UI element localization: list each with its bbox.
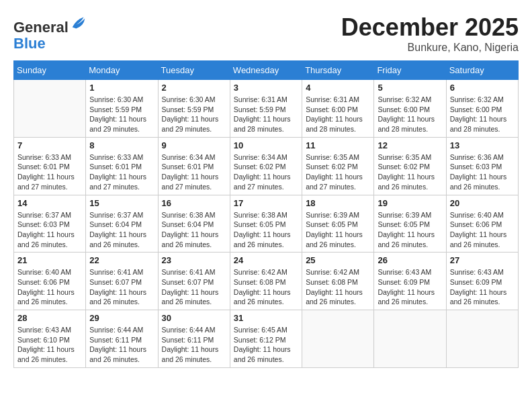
- day-info: Sunrise: 6:43 AMSunset: 6:09 PMDaylight:…: [378, 267, 442, 307]
- weekday-header-saturday: Saturday: [446, 61, 518, 80]
- day-info: Sunrise: 6:39 AMSunset: 6:05 PMDaylight:…: [378, 210, 442, 250]
- weekday-header-monday: Monday: [86, 61, 158, 80]
- calendar-cell: [374, 310, 446, 368]
- day-info: Sunrise: 6:38 AMSunset: 6:04 PMDaylight:…: [162, 210, 226, 250]
- calendar-cell: 5Sunrise: 6:32 AMSunset: 6:00 PMDaylight…: [374, 80, 446, 138]
- day-info: Sunrise: 6:34 AMSunset: 6:01 PMDaylight:…: [162, 152, 226, 192]
- day-number: 8: [89, 140, 154, 150]
- day-info: Sunrise: 6:40 AMSunset: 6:06 PMDaylight:…: [17, 267, 82, 307]
- title-block: December 2025 Bunkure, Kano, Nigeria: [341, 13, 519, 54]
- calendar-cell: 18Sunrise: 6:39 AMSunset: 6:05 PMDayligh…: [302, 195, 374, 253]
- calendar-cell: 29Sunrise: 6:44 AMSunset: 6:11 PMDayligh…: [86, 310, 158, 368]
- calendar-cell: [14, 80, 86, 138]
- calendar-cell: 15Sunrise: 6:37 AMSunset: 6:04 PMDayligh…: [86, 195, 158, 253]
- weekday-header-tuesday: Tuesday: [158, 61, 230, 80]
- calendar-cell: 26Sunrise: 6:43 AMSunset: 6:09 PMDayligh…: [374, 253, 446, 310]
- day-number: 12: [378, 140, 442, 150]
- month-year: December 2025: [341, 13, 519, 42]
- calendar-cell: 28Sunrise: 6:43 AMSunset: 6:10 PMDayligh…: [14, 310, 86, 368]
- calendar-cell: 20Sunrise: 6:40 AMSunset: 6:06 PMDayligh…: [446, 195, 518, 253]
- day-number: 6: [450, 83, 515, 93]
- day-info: Sunrise: 6:43 AMSunset: 6:10 PMDaylight:…: [17, 325, 82, 365]
- day-info: Sunrise: 6:37 AMSunset: 6:03 PMDaylight:…: [17, 210, 82, 250]
- day-number: 9: [162, 140, 226, 150]
- day-info: Sunrise: 6:42 AMSunset: 6:08 PMDaylight:…: [234, 267, 298, 307]
- day-info: Sunrise: 6:41 AMSunset: 6:07 PMDaylight:…: [89, 267, 154, 307]
- day-info: Sunrise: 6:37 AMSunset: 6:04 PMDaylight:…: [89, 210, 154, 250]
- calendar-header-row: SundayMondayTuesdayWednesdayThursdayFrid…: [14, 61, 519, 80]
- day-info: Sunrise: 6:31 AMSunset: 6:00 PMDaylight:…: [306, 95, 370, 134]
- day-number: 28: [17, 313, 82, 323]
- day-number: 13: [450, 140, 515, 150]
- logo-bird-icon: [70, 13, 89, 32]
- calendar-cell: 7Sunrise: 6:33 AMSunset: 6:01 PMDaylight…: [14, 137, 86, 195]
- day-info: Sunrise: 6:36 AMSunset: 6:03 PMDaylight:…: [450, 152, 515, 192]
- day-number: 14: [17, 198, 82, 208]
- day-info: Sunrise: 6:45 AMSunset: 6:12 PMDaylight:…: [234, 325, 298, 365]
- calendar-cell: 12Sunrise: 6:35 AMSunset: 6:02 PMDayligh…: [374, 137, 446, 195]
- day-number: 10: [234, 140, 298, 150]
- calendar-cell: 14Sunrise: 6:37 AMSunset: 6:03 PMDayligh…: [14, 195, 86, 253]
- calendar-cell: [302, 310, 374, 368]
- calendar-cell: 1Sunrise: 6:30 AMSunset: 5:59 PMDaylight…: [86, 80, 158, 138]
- day-info: Sunrise: 6:41 AMSunset: 6:07 PMDaylight:…: [162, 267, 226, 307]
- day-number: 22: [89, 255, 154, 265]
- calendar-cell: 22Sunrise: 6:41 AMSunset: 6:07 PMDayligh…: [86, 253, 158, 310]
- day-number: 2: [162, 83, 226, 93]
- day-number: 18: [306, 198, 370, 208]
- calendar-cell: 21Sunrise: 6:40 AMSunset: 6:06 PMDayligh…: [14, 253, 86, 310]
- day-number: 23: [162, 255, 226, 265]
- day-info: Sunrise: 6:40 AMSunset: 6:06 PMDaylight:…: [450, 210, 515, 250]
- calendar-cell: 24Sunrise: 6:42 AMSunset: 6:08 PMDayligh…: [230, 253, 302, 310]
- logo: General Blue: [13, 13, 89, 52]
- day-info: Sunrise: 6:30 AMSunset: 5:59 PMDaylight:…: [162, 95, 226, 134]
- logo-text: General Blue: [13, 13, 89, 52]
- weekday-header-wednesday: Wednesday: [230, 61, 302, 80]
- calendar-week-3: 14Sunrise: 6:37 AMSunset: 6:03 PMDayligh…: [14, 195, 519, 253]
- logo-general: General: [13, 19, 69, 36]
- calendar-cell: 31Sunrise: 6:45 AMSunset: 6:12 PMDayligh…: [230, 310, 302, 368]
- location: Bunkure, Kano, Nigeria: [341, 42, 519, 54]
- day-info: Sunrise: 6:35 AMSunset: 6:02 PMDaylight:…: [378, 152, 442, 192]
- day-info: Sunrise: 6:44 AMSunset: 6:11 PMDaylight:…: [162, 325, 226, 365]
- logo-blue: Blue: [13, 35, 46, 52]
- calendar-cell: 17Sunrise: 6:38 AMSunset: 6:05 PMDayligh…: [230, 195, 302, 253]
- page-header: General Blue December 2025 Bunkure, Kano…: [13, 13, 519, 54]
- calendar-cell: 11Sunrise: 6:35 AMSunset: 6:02 PMDayligh…: [302, 137, 374, 195]
- day-info: Sunrise: 6:35 AMSunset: 6:02 PMDaylight:…: [306, 152, 370, 192]
- weekday-header-thursday: Thursday: [302, 61, 374, 80]
- day-number: 20: [450, 198, 515, 208]
- day-number: 1: [89, 83, 154, 93]
- day-info: Sunrise: 6:31 AMSunset: 5:59 PMDaylight:…: [234, 95, 298, 134]
- day-number: 16: [162, 198, 226, 208]
- day-number: 24: [234, 255, 298, 265]
- day-number: 3: [234, 83, 298, 93]
- day-number: 7: [17, 140, 82, 150]
- calendar-cell: 25Sunrise: 6:42 AMSunset: 6:08 PMDayligh…: [302, 253, 374, 310]
- calendar-cell: 8Sunrise: 6:33 AMSunset: 6:01 PMDaylight…: [86, 137, 158, 195]
- day-number: 27: [450, 255, 515, 265]
- day-number: 5: [378, 83, 442, 93]
- day-info: Sunrise: 6:34 AMSunset: 6:02 PMDaylight:…: [234, 152, 298, 192]
- weekday-header-sunday: Sunday: [14, 61, 86, 80]
- calendar-table: SundayMondayTuesdayWednesdayThursdayFrid…: [13, 60, 519, 368]
- weekday-header-friday: Friday: [374, 61, 446, 80]
- day-number: 26: [378, 255, 442, 265]
- day-number: 17: [234, 198, 298, 208]
- day-info: Sunrise: 6:43 AMSunset: 6:09 PMDaylight:…: [450, 267, 515, 307]
- calendar-cell: 16Sunrise: 6:38 AMSunset: 6:04 PMDayligh…: [158, 195, 230, 253]
- day-info: Sunrise: 6:33 AMSunset: 6:01 PMDaylight:…: [17, 152, 82, 192]
- calendar-week-1: 1Sunrise: 6:30 AMSunset: 5:59 PMDaylight…: [14, 80, 519, 138]
- day-number: 25: [306, 255, 370, 265]
- day-info: Sunrise: 6:32 AMSunset: 6:00 PMDaylight:…: [450, 95, 515, 134]
- day-info: Sunrise: 6:44 AMSunset: 6:11 PMDaylight:…: [89, 325, 154, 365]
- calendar-cell: 6Sunrise: 6:32 AMSunset: 6:00 PMDaylight…: [446, 80, 518, 138]
- calendar-cell: 10Sunrise: 6:34 AMSunset: 6:02 PMDayligh…: [230, 137, 302, 195]
- day-number: 30: [162, 313, 226, 323]
- calendar-week-4: 21Sunrise: 6:40 AMSunset: 6:06 PMDayligh…: [14, 253, 519, 310]
- calendar-cell: 30Sunrise: 6:44 AMSunset: 6:11 PMDayligh…: [158, 310, 230, 368]
- day-number: 31: [234, 313, 298, 323]
- day-number: 19: [378, 198, 442, 208]
- calendar-cell: 9Sunrise: 6:34 AMSunset: 6:01 PMDaylight…: [158, 137, 230, 195]
- day-info: Sunrise: 6:30 AMSunset: 5:59 PMDaylight:…: [89, 95, 154, 134]
